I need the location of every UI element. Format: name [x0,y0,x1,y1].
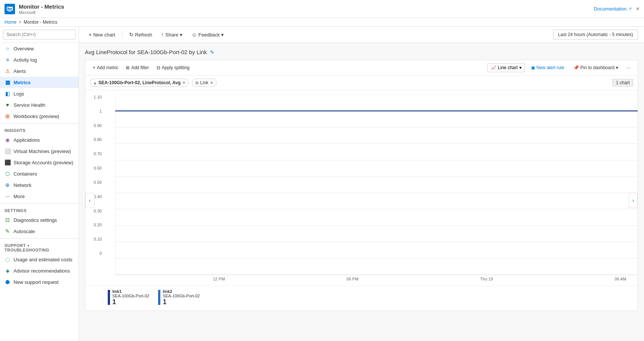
chart-type-label: Line chart [498,65,518,70]
sidebar-item-virtual-machines[interactable]: ⬜ Virtual Machines (preview) [0,145,78,157]
sidebar-item-label: Logs [14,91,24,97]
diagnostics-icon: ⊡ [5,217,11,223]
alert-icon: ▣ [531,65,535,70]
network-icon: ⊕ [5,182,11,188]
sidebar-item-label: New support request [14,279,59,285]
x-label-6am: 06 AM [615,277,626,281]
sidebar-item-overview[interactable]: ○ Overview [0,43,78,54]
sidebar-item-advisor[interactable]: ◈ Advisor recommendations [0,265,78,276]
chart-wrapper: ‹ › 1.10 1 0.90 0.80 0.70 0.60 0.50 0.40 [85,90,638,311]
y-label-0-30: 0.30 [94,209,102,213]
legend-color-link1 [108,290,110,305]
autoscale-icon: ✎ [5,228,11,234]
breadcrumb-home[interactable]: Home [5,20,17,25]
sidebar-item-autoscale[interactable]: ✎ Autoscale [0,226,78,237]
refresh-button[interactable]: ↻ Refresh [125,30,156,39]
insights-header: Insights [0,125,78,134]
sidebar-item-storage-accounts[interactable]: ⬛ Storage Accounts (preview) [0,157,78,168]
sidebar-item-service-health[interactable]: ♥ Service Health [0,99,78,111]
legend-label-link2: link2 [163,289,199,294]
svg-rect-2 [8,8,9,10]
filter-tag-link[interactable]: ⊞ Link ✕ [192,79,217,87]
breadcrumb-separator: > [19,20,21,25]
legend-text-link1: link1 SEA-100Gb-Port-02 1 [112,289,149,306]
sidebar-item-alerts[interactable]: ⚠ Alerts [0,65,78,77]
remove-link-icon[interactable]: ✕ [210,80,213,85]
sidebar-item-applications[interactable]: ◉ Applications [0,134,78,145]
content-area: + New chart ↻ Refresh ↑ Share ▾ ☺ Feedba… [79,27,644,341]
sidebar-item-logs[interactable]: ◧ Logs [0,88,78,99]
refresh-label: Refresh [135,32,152,38]
sidebar-item-new-support[interactable]: ⬢ New support request [0,276,78,288]
chart-legend: link1 SEA-100Gb-Port-02 1 link2 SEA-100G… [85,286,638,311]
y-label-0-20: 0.20 [94,223,102,227]
close-button[interactable]: × [636,6,639,12]
virtual-machines-icon: ⬜ [5,148,11,154]
feedback-button[interactable]: ☺ Feedback ▾ [188,30,228,39]
new-chart-button[interactable]: + New chart [85,30,119,39]
edit-title-icon[interactable]: ✎ [210,49,214,55]
more-options-button[interactable]: ··· [624,63,633,72]
toolbar-sep-1 [122,31,122,38]
sidebar-item-workbooks[interactable]: ⊞ Workbooks (preview) [0,111,78,122]
remove-metric-icon[interactable]: ✕ [182,80,186,85]
sidebar-item-label: Virtual Machines (preview) [14,149,71,154]
chart-actions-row: + Add metric ⊞ Add filter ⊟ Apply splitt… [85,60,638,76]
sidebar-item-diagnostics[interactable]: ⊡ Diagnostics settings [0,214,78,226]
pin-to-dashboard-button[interactable]: 📌 Pin to dashboard ▾ [570,64,621,72]
new-chart-icon: + [89,32,92,38]
share-button[interactable]: ↑ Share ▾ [157,30,186,39]
sidebar-item-containers[interactable]: ⬡ Containers [0,168,78,179]
chart-nav-left[interactable]: ‹ [85,193,94,208]
app-icon [5,4,15,14]
y-label-1-10: 1.10 [94,95,102,99]
legend-value-link2: 1 [163,298,199,306]
sidebar-item-label: Containers [14,171,37,177]
app-title-block: Monitor - Metrics Microsoft [19,3,64,15]
chart-nav-right[interactable]: › [629,193,638,208]
sidebar-item-metrics[interactable]: ▦ Metrics [0,77,78,88]
new-alert-rule-button[interactable]: ▣ New alert rule [528,64,567,72]
documentation-link[interactable]: Documentation ↗ [594,6,631,12]
add-filter-button[interactable]: ⊞ Add filter [123,64,152,72]
storage-accounts-icon: ⬛ [5,159,11,165]
search-input[interactable] [3,30,75,39]
toolbar: + New chart ↻ Refresh ↑ Share ▾ ☺ Feedba… [79,27,644,43]
sidebar-item-activity-log[interactable]: ≡ Activity log [0,54,78,65]
sidebar-item-more[interactable]: ··· More [0,191,78,202]
service-health-icon: ♥ [5,102,11,108]
activity-log-icon: ≡ [5,57,11,63]
svg-rect-1 [8,11,11,12]
chart-type-button[interactable]: 📈 Line chart ▾ [487,63,525,72]
sidebar-item-label: Activity log [14,57,37,63]
metric-triangle-icon: ▲ [93,81,97,85]
chart-count-badge: 1 chart [612,79,633,86]
filter-tag-metric[interactable]: ▲ SEA-100Gb-Port-02, LineProtocol, Avg ✕ [90,79,189,87]
legend-color-link2 [158,290,160,305]
sidebar-divider-2 [0,203,78,204]
add-metric-button[interactable]: + Add metric [90,64,121,72]
chart-title-row: Avg LineProtocol for SEA-100Gb-Port-02 b… [85,49,638,55]
apply-splitting-button[interactable]: ⊟ Apply splitting [154,64,193,72]
top-bar-right: Documentation ↗ × [594,6,639,12]
usage-costs-icon: ◌ [5,256,11,262]
x-label-thu19: Thu 19 [480,277,493,281]
sidebar-settings-section: Settings ⊡ Diagnostics settings ✎ Autosc… [0,205,78,237]
sidebar-item-label: Metrics [14,80,31,85]
time-range-label: Last 24 hours (Automatic - 5 minutes) [558,32,633,37]
sidebar-item-usage-costs[interactable]: ◌ Usage and estimated costs [0,254,78,265]
sidebar-item-label: Autoscale [14,229,35,234]
metrics-icon: ▦ [5,79,11,85]
feedback-chevron-icon: ▾ [221,32,224,38]
y-label-0-40: 0.40 [94,194,102,199]
link-icon: ⊞ [195,80,199,85]
time-range-button[interactable]: Last 24 hours (Automatic - 5 minutes) [553,30,638,39]
app-header: Monitor - Metrics Microsoft [5,3,64,15]
sidebar-insights-section: Insights ◉ Applications ⬜ Virtual Machin… [0,125,78,202]
overview-icon: ○ [5,45,11,52]
sidebar-item-label: Overview [14,46,34,52]
sidebar-item-network[interactable]: ⊕ Network [0,179,78,191]
y-label-1: 1 [100,109,102,114]
sidebar: ○ Overview ≡ Activity log ⚠ Alerts ▦ Met… [0,27,79,341]
share-label: Share [165,32,178,38]
